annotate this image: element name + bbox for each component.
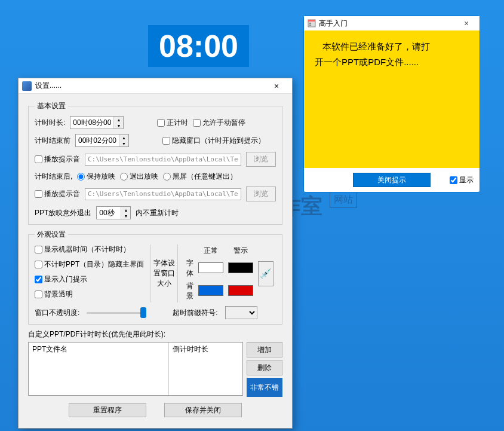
exit-play-radio[interactable]: 退出放映 [120, 172, 158, 182]
tips-title: 高手入门 [319, 19, 457, 29]
before-end-label: 计时结束前 [35, 136, 70, 146]
clock-display: 08:00 [148, 25, 249, 67]
duration-spinner[interactable]: ▲ ▼ [70, 116, 124, 129]
font-warning-swatch[interactable] [228, 262, 253, 273]
play-sound1-checkbox[interactable]: 播放提示音 [35, 154, 80, 164]
ppt-exit-label: PPT放映意外退出 [35, 208, 91, 218]
allow-pause-checkbox[interactable]: 允许手动暂停 [193, 118, 245, 128]
browse2-button[interactable]: 浏览 [246, 187, 276, 201]
settings-title: 设置...... [35, 81, 265, 91]
duration-input[interactable] [70, 117, 113, 129]
spin-down-icon[interactable]: ▼ [121, 213, 130, 219]
ppt-exit-spinner[interactable]: ▲ ▼ [96, 206, 131, 219]
bg-transparent-checkbox[interactable]: 背景透明 [35, 289, 73, 299]
close-icon[interactable]: × [457, 19, 476, 28]
tips-window: 高手入门 × 本软件已经准备好了，请打 开一个PPT或PDF文件...... 关… [303, 16, 480, 192]
color-table: 正常 警示 💉 字体 背景 [184, 244, 276, 302]
hide-main-checkbox[interactable]: 不计时PPT（目录）隐藏主界面 [35, 259, 144, 270]
before-end-input[interactable] [76, 135, 119, 146]
appearance-group: 外观设置 显示机器时间（不计时时） 不计时PPT（目录）隐藏主界面 显示入门提示… [28, 230, 282, 325]
close-tips-button[interactable]: 关闭提示 [353, 173, 431, 187]
custom-listbox[interactable]: PPT文件名 倒计时时长 [28, 342, 243, 396]
no-retime-label: 内不重新计时 [136, 208, 179, 218]
after-end-label: 计时结束后, [35, 172, 72, 182]
bg-row-label: 背景 [184, 280, 196, 302]
col-duration: 倒计时时长 [169, 343, 242, 395]
hide-window-checkbox[interactable]: 隐藏窗口（计时开始到提示） [162, 136, 265, 146]
settings-titlebar[interactable]: 设置...... × [19, 78, 292, 94]
custom-label: 自定义PPT/PDF计时时长(优先使用此时长): [28, 329, 282, 340]
bg-normal-swatch[interactable] [198, 285, 223, 296]
black-screen-radio[interactable]: 黑屏（任意键退出） [163, 172, 237, 182]
basic-settings-group: 基本设置 计时时长: ▲ ▼ 正计时 允许手动暂停 计时结束前 [28, 101, 282, 225]
form-icon [308, 19, 316, 27]
tips-body: 本软件已经准备好了，请打 开一个PPT或PDF文件...... [304, 30, 480, 168]
svg-rect-4 [309, 25, 311, 26]
font-normal-swatch[interactable] [198, 262, 223, 273]
show-tips-checkbox[interactable]: 显示 [450, 175, 474, 185]
play-sound2-checkbox[interactable]: 播放提示音 [35, 189, 80, 199]
app-icon [22, 81, 32, 91]
countup-checkbox[interactable]: 正计时 [157, 118, 188, 128]
spin-up-icon[interactable]: ▲ [119, 135, 128, 140]
browse1-button[interactable]: 浏览 [246, 152, 276, 167]
font-window-button[interactable]: 字体设置窗口大小 [150, 244, 178, 302]
font-row-label: 字体 [184, 257, 196, 280]
opacity-label: 窗口不透明度: [35, 308, 79, 318]
sound2-path-input[interactable] [85, 188, 241, 200]
tips-titlebar[interactable]: 高手入门 × [304, 16, 480, 30]
appearance-legend: 外观设置 [35, 230, 68, 240]
prefix-select[interactable] [225, 306, 257, 319]
spin-down-icon[interactable]: ▼ [119, 140, 128, 146]
sound1-path-input[interactable] [85, 154, 241, 166]
save-close-button[interactable]: 保存并关闭 [164, 403, 242, 417]
add-button[interactable]: 增加 [247, 342, 282, 357]
basic-legend: 基本设置 [35, 101, 68, 111]
spin-up-icon[interactable]: ▲ [114, 117, 123, 123]
svg-rect-2 [308, 20, 315, 22]
spin-up-icon[interactable]: ▲ [121, 207, 130, 213]
delete-button[interactable]: 删除 [247, 360, 282, 375]
show-intro-checkbox[interactable]: 显示入门提示 [35, 274, 87, 285]
warning-header: 警示 [226, 244, 256, 257]
prefix-label: 超时前缀符号: [173, 308, 217, 318]
reset-button[interactable]: 重置程序 [69, 403, 146, 417]
svg-rect-3 [309, 23, 311, 24]
spin-down-icon[interactable]: ▼ [114, 123, 123, 129]
duration-label: 计时时长: [35, 118, 65, 128]
opacity-slider[interactable] [87, 312, 146, 314]
nice-button[interactable]: 非常不错 [247, 378, 282, 397]
ppt-exit-input[interactable] [97, 207, 121, 219]
close-icon[interactable]: × [265, 79, 288, 93]
before-end-spinner[interactable]: ▲ ▼ [75, 134, 129, 147]
settings-window: 设置...... × 基本设置 计时时长: ▲ ▼ 正计时 允许手动暂停 [18, 78, 293, 429]
keep-playing-radio[interactable]: 保持放映 [77, 172, 115, 182]
bg-warning-swatch[interactable] [228, 285, 253, 296]
eyedropper-icon[interactable]: 💉 [258, 261, 273, 286]
show-machine-time-checkbox[interactable]: 显示机器时间（不计时时） [35, 244, 130, 255]
normal-header: 正常 [196, 244, 226, 257]
col-filename: PPT文件名 [29, 343, 169, 395]
watermark-site: 网站 [330, 192, 357, 208]
